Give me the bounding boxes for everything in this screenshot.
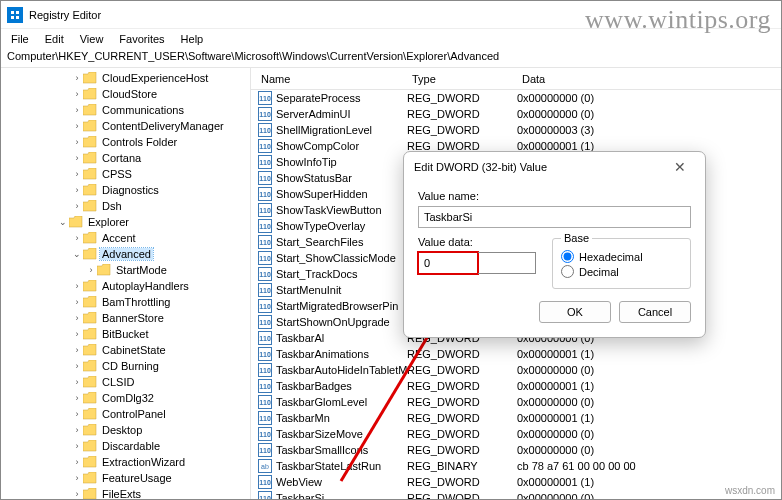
tree-item[interactable]: ›Diagnostics xyxy=(1,182,250,198)
menu-favorites[interactable]: Favorites xyxy=(111,32,172,46)
chevron-right-icon[interactable]: › xyxy=(71,313,83,323)
folder-icon xyxy=(83,376,97,388)
chevron-right-icon[interactable]: › xyxy=(71,281,83,291)
list-row[interactable]: TaskbarAutoHideInTabletModeREG_DWORD0x00… xyxy=(251,362,781,378)
list-row[interactable]: TaskbarSmallIconsREG_DWORD0x00000000 (0) xyxy=(251,442,781,458)
value-data-input-ext[interactable] xyxy=(478,252,536,274)
close-icon[interactable]: ✕ xyxy=(665,159,695,175)
chevron-right-icon[interactable]: › xyxy=(71,425,83,435)
chevron-right-icon[interactable]: › xyxy=(71,121,83,131)
list-row[interactable]: SeparateProcessREG_DWORD0x00000000 (0) xyxy=(251,90,781,106)
value-type: REG_DWORD xyxy=(407,412,517,424)
list-row[interactable]: TaskbarStateLastRunREG_BINARYcb 78 a7 61… xyxy=(251,458,781,474)
tree-item[interactable]: ›FeatureUsage xyxy=(1,470,250,486)
chevron-right-icon[interactable]: › xyxy=(71,297,83,307)
tree-item[interactable]: ›Dsh xyxy=(1,198,250,214)
chevron-right-icon[interactable]: › xyxy=(71,393,83,403)
value-type: REG_DWORD xyxy=(407,348,517,360)
list-row[interactable]: TaskbarBadgesREG_DWORD0x00000001 (1) xyxy=(251,378,781,394)
list-row[interactable]: TaskbarSiREG_DWORD0x00000000 (0) xyxy=(251,490,781,500)
tree-item[interactable]: ›ComDlg32 xyxy=(1,390,250,406)
folder-icon xyxy=(83,456,97,468)
dialog-titlebar[interactable]: Edit DWORD (32-bit) Value ✕ xyxy=(404,152,705,182)
chevron-right-icon[interactable]: › xyxy=(71,409,83,419)
cancel-button[interactable]: Cancel xyxy=(619,301,691,323)
radio-hex[interactable]: Hexadecimal xyxy=(561,250,682,263)
chevron-right-icon[interactable]: › xyxy=(71,377,83,387)
tree-item[interactable]: ›Discardable xyxy=(1,438,250,454)
chevron-right-icon[interactable]: › xyxy=(85,265,97,275)
chevron-right-icon[interactable]: › xyxy=(71,473,83,483)
tree-item[interactable]: ›CloudStore xyxy=(1,86,250,102)
col-data[interactable]: Data xyxy=(516,70,781,88)
folder-icon xyxy=(83,136,97,148)
tree-item[interactable]: ›CabinetState xyxy=(1,342,250,358)
chevron-right-icon[interactable]: › xyxy=(71,201,83,211)
menu-edit[interactable]: Edit xyxy=(37,32,72,46)
value-name: WebView xyxy=(276,476,407,488)
chevron-right-icon[interactable]: › xyxy=(71,329,83,339)
menu-file[interactable]: File xyxy=(3,32,37,46)
tree-item[interactable]: ›BitBucket xyxy=(1,326,250,342)
chevron-right-icon[interactable]: › xyxy=(71,185,83,195)
list-row[interactable]: TaskbarSizeMoveREG_DWORD0x00000000 (0) xyxy=(251,426,781,442)
radio-hex-input[interactable] xyxy=(561,250,574,263)
tree-item[interactable]: ›CPSS xyxy=(1,166,250,182)
tree-item[interactable]: ⌄Advanced xyxy=(1,246,250,262)
radio-dec[interactable]: Decimal xyxy=(561,265,682,278)
chevron-right-icon[interactable]: › xyxy=(71,105,83,115)
tree-item[interactable]: ›Desktop xyxy=(1,422,250,438)
folder-icon xyxy=(83,72,97,84)
titlebar[interactable]: Registry Editor xyxy=(1,1,781,29)
list-row[interactable]: WebViewREG_DWORD0x00000001 (1) xyxy=(251,474,781,490)
tree-item[interactable]: ›ControlPanel xyxy=(1,406,250,422)
tree-item[interactable]: ›CD Burning xyxy=(1,358,250,374)
chevron-right-icon[interactable]: › xyxy=(71,233,83,243)
list-row[interactable]: TaskbarMnREG_DWORD0x00000001 (1) xyxy=(251,410,781,426)
chevron-right-icon[interactable]: › xyxy=(71,489,83,499)
tree-pane[interactable]: ›CloudExperienceHost›CloudStore›Communic… xyxy=(1,68,251,500)
list-row[interactable]: TaskbarGlomLevelREG_DWORD0x00000000 (0) xyxy=(251,394,781,410)
tree-item[interactable]: ›ExtractionWizard xyxy=(1,454,250,470)
chevron-right-icon[interactable]: › xyxy=(71,441,83,451)
radio-dec-input[interactable] xyxy=(561,265,574,278)
list-row[interactable]: ServerAdminUIREG_DWORD0x00000000 (0) xyxy=(251,106,781,122)
menu-view[interactable]: View xyxy=(72,32,112,46)
value-data-input[interactable] xyxy=(418,252,478,274)
chevron-right-icon[interactable]: › xyxy=(71,457,83,467)
chevron-right-icon[interactable]: › xyxy=(71,361,83,371)
chevron-right-icon[interactable]: › xyxy=(71,153,83,163)
chevron-right-icon[interactable]: › xyxy=(71,169,83,179)
chevron-right-icon[interactable]: › xyxy=(71,89,83,99)
tree-item[interactable]: ›Accent xyxy=(1,230,250,246)
tree-item[interactable]: ›CLSID xyxy=(1,374,250,390)
col-type[interactable]: Type xyxy=(406,70,516,88)
tree-item[interactable]: ›BannerStore xyxy=(1,310,250,326)
value-data: 0x00000000 (0) xyxy=(517,108,781,120)
tree-item[interactable]: ›Communications xyxy=(1,102,250,118)
tree-item[interactable]: ›CloudExperienceHost xyxy=(1,70,250,86)
col-name[interactable]: Name xyxy=(251,70,406,88)
tree-item[interactable]: ›AutoplayHandlers xyxy=(1,278,250,294)
value-name: Start_ShowClassicMode xyxy=(276,252,407,264)
tree-item[interactable]: ›ContentDeliveryManager xyxy=(1,118,250,134)
value-name-input[interactable] xyxy=(418,206,691,228)
list-row[interactable]: TaskbarAnimationsREG_DWORD0x00000001 (1) xyxy=(251,346,781,362)
list-row[interactable]: ShellMigrationLevelREG_DWORD0x00000003 (… xyxy=(251,122,781,138)
tree-item[interactable]: ›Cortana xyxy=(1,150,250,166)
chevron-right-icon[interactable]: › xyxy=(71,345,83,355)
menu-help[interactable]: Help xyxy=(173,32,212,46)
tree-item[interactable]: ›Controls Folder xyxy=(1,134,250,150)
tree-item[interactable]: ›StartMode xyxy=(1,262,250,278)
ok-button[interactable]: OK xyxy=(539,301,611,323)
chevron-right-icon[interactable]: › xyxy=(71,73,83,83)
tree-item[interactable]: ›BamThrottling xyxy=(1,294,250,310)
tree-item[interactable]: ⌄Explorer xyxy=(1,214,250,230)
chevron-down-icon[interactable]: ⌄ xyxy=(57,217,69,227)
value-type: REG_DWORD xyxy=(407,108,517,120)
chevron-down-icon[interactable]: ⌄ xyxy=(71,249,83,259)
value-data: 0x00000001 (1) xyxy=(517,412,781,424)
address-bar[interactable]: Computer\HKEY_CURRENT_USER\Software\Micr… xyxy=(1,48,781,68)
tree-item[interactable]: ›FileExts xyxy=(1,486,250,500)
chevron-right-icon[interactable]: › xyxy=(71,137,83,147)
